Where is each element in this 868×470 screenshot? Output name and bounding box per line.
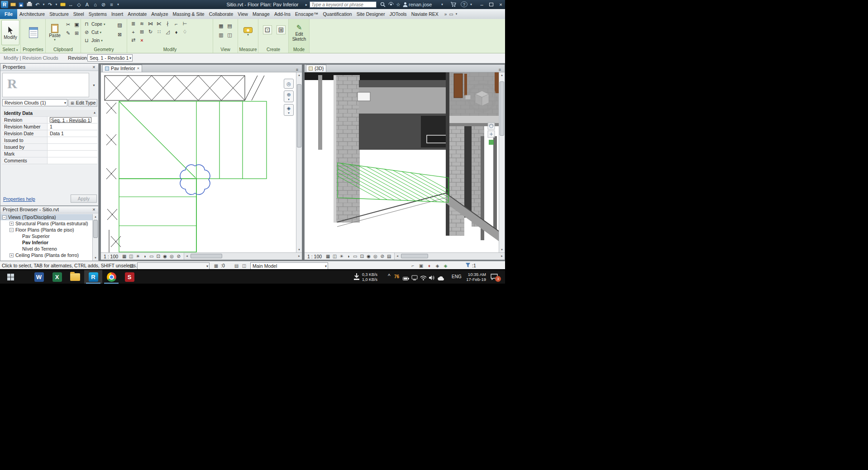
view-tool-c-icon[interactable]: ▥ — [218, 32, 224, 38]
copy-element-icon[interactable]: ⊞ — [138, 28, 145, 35]
comments-value[interactable] — [48, 157, 97, 164]
horizontal-scrollbar[interactable]: ◂ ▸ — [394, 253, 505, 260]
search-flyout-icon[interactable]: ▸ — [304, 1, 309, 8]
tab-steel[interactable]: Steel — [71, 9, 86, 19]
expander-open-icon[interactable]: − — [10, 228, 14, 232]
signed-in-user[interactable]: renan.jose — [409, 1, 439, 8]
view-tool-d-icon[interactable]: ◫ — [226, 32, 233, 38]
rotate-icon[interactable]: ↻ — [147, 28, 154, 35]
expander-open-icon[interactable]: − — [2, 215, 6, 219]
paste-aligned-icon[interactable]: ⊞ — [73, 30, 80, 37]
revision-date-value[interactable]: Data 1 — [48, 130, 97, 137]
project-browser-header[interactable]: Project Browser - Sitio.rvt × — [0, 206, 98, 214]
modify-tool-button[interactable]: Modify — [1, 20, 19, 45]
active-option-icon[interactable]: ◫ — [241, 262, 248, 269]
aligned-dimension-icon[interactable]: ↔ — [67, 1, 74, 8]
editing-requests-icon[interactable]: ▦ — [213, 262, 219, 269]
favorites-star-icon[interactable]: ☆ — [395, 1, 402, 8]
tree-item-nivel-do-terreno[interactable]: Nível do Terreno — [0, 246, 92, 252]
scroll-up-icon[interactable]: ▴ — [296, 72, 302, 78]
redo-icon[interactable]: ↷ — [47, 1, 53, 8]
cope-button[interactable]: ⊓Cope▾ — [83, 21, 105, 28]
scrollbar-thumb[interactable] — [93, 220, 98, 238]
tree-item-views[interactable]: −Views (Tipo/Disciplina) — [0, 214, 92, 220]
tab-architecture[interactable]: Architecture — [17, 9, 47, 19]
crop-visible-icon[interactable]: ⊡ — [155, 253, 162, 260]
visual-style-icon[interactable]: ◫ — [331, 253, 338, 260]
tag-icon[interactable]: ◇ — [76, 1, 82, 8]
close-button[interactable]: × — [496, 0, 505, 9]
cut-icon[interactable]: ✂ — [65, 21, 72, 28]
hidden-icons-chevron[interactable]: ^ — [388, 274, 391, 278]
view-tab-menu-icon[interactable]: ≡ — [294, 67, 300, 72]
panel-select-label[interactable]: Select ▾ — [0, 46, 20, 53]
scroll-down-icon[interactable]: ▾ — [499, 247, 505, 252]
scroll-left-icon[interactable]: ◂ — [395, 253, 400, 259]
properties-button[interactable] — [27, 22, 40, 43]
help-icon[interactable]: ? — [461, 1, 467, 7]
scroll-down-icon[interactable]: ▾ — [296, 247, 302, 252]
project-browser-close-icon[interactable]: × — [91, 207, 97, 213]
tab-collaborate[interactable]: Collaborate — [207, 9, 236, 19]
unpin-icon[interactable]: ♢ — [181, 28, 188, 35]
undo-dropdown-icon[interactable]: ▾ — [42, 1, 45, 8]
temporary-hide-icon[interactable]: ◉ — [365, 253, 372, 260]
undo-icon[interactable]: ↶ — [34, 1, 41, 8]
scrollbar-thumb[interactable] — [500, 81, 504, 136]
pan-button[interactable]: ◈▾ — [284, 104, 294, 116]
offset-icon[interactable]: ≋ — [138, 20, 145, 27]
revision-cloud-sketch[interactable] — [180, 165, 210, 195]
drag-on-selection-icon[interactable]: ◈ — [442, 262, 449, 269]
view-tool-b-icon[interactable]: ▤ — [226, 23, 233, 29]
tab-pav-inferior[interactable]: Pav Inferior × — [102, 65, 142, 72]
scroll-right-icon[interactable]: ▸ — [499, 253, 505, 259]
wifi-icon[interactable] — [420, 274, 427, 282]
reveal-hidden-icon[interactable]: ◎ — [168, 253, 175, 260]
issued-by-value[interactable] — [48, 144, 97, 150]
cut-geometry-button[interactable]: ⊘Cut▾ — [83, 29, 101, 36]
ribbon-overflow-icon[interactable]: » — [444, 12, 447, 17]
align-icon[interactable]: ≣ — [130, 20, 137, 27]
tab-close-icon[interactable]: × — [137, 65, 139, 72]
customize-qat-icon[interactable]: ▾ — [116, 1, 120, 8]
array-icon[interactable]: ∷ — [156, 28, 162, 35]
redo-dropdown-icon[interactable]: ▾ — [55, 1, 58, 8]
horizontal-scrollbar[interactable]: ◂ ▸ — [184, 253, 302, 260]
paste-button[interactable]: Paste ▾ — [47, 20, 62, 45]
communication-center-icon[interactable] — [387, 1, 395, 8]
shadows-icon[interactable]: ◑ — [141, 253, 148, 260]
scale-button[interactable]: 1 : 100 — [305, 254, 324, 259]
ribbon-display-dropdown-icon[interactable]: ▾ — [456, 12, 458, 16]
scroll-up-icon[interactable]: ▴ — [499, 72, 505, 78]
detail-level-icon[interactable]: ▦ — [324, 253, 331, 260]
tab-annotate[interactable]: Annotate — [125, 9, 149, 19]
scale-button[interactable]: 1 : 100 — [101, 254, 121, 259]
tab-add-ins[interactable]: Add-Ins — [272, 9, 293, 19]
design-options-icon[interactable]: ▤ — [233, 262, 240, 269]
scrollbar-thumb[interactable] — [297, 84, 301, 147]
detail-level-icon[interactable]: ▦ — [121, 253, 128, 260]
taskbar-explorer-button[interactable] — [66, 270, 84, 284]
keyboard-language[interactable]: ENG — [452, 275, 462, 279]
browser-scrollbar[interactable]: ▴ ▾ — [92, 214, 98, 261]
tab-structure[interactable]: Structure — [47, 9, 71, 19]
select-by-face-icon[interactable]: ◈ — [434, 262, 441, 269]
tab-quantification[interactable]: Quantification — [320, 9, 354, 19]
swap-icon[interactable]: ⇄ — [130, 37, 137, 43]
issued-to-value[interactable] — [48, 137, 97, 143]
start-button[interactable] — [0, 270, 21, 284]
unlocked-view-icon[interactable]: ⊘ — [175, 253, 182, 260]
search-icon[interactable] — [379, 1, 386, 8]
scrollbar-thumb[interactable] — [191, 254, 222, 258]
steering-wheel-button[interactable]: ◎ — [284, 79, 294, 89]
properties-help-link[interactable]: Properties help — [3, 196, 35, 202]
scroll-left-icon[interactable]: ◂ — [184, 253, 190, 259]
extend-icon[interactable]: ⊢ — [181, 20, 188, 27]
sun-path-icon[interactable]: ☀ — [134, 253, 141, 260]
tab-massing-site[interactable]: Massing & Site — [171, 9, 207, 19]
taskbar-word-button[interactable]: W — [30, 270, 48, 284]
unlocked-view-icon[interactable]: ⊘ — [379, 253, 386, 260]
vertical-scrollbar[interactable]: ▴ ▾ — [499, 72, 505, 252]
worksets-icon[interactable]: ▥ — [128, 262, 135, 269]
ribbon-display-toggle-icon[interactable]: ▭ — [449, 12, 453, 17]
